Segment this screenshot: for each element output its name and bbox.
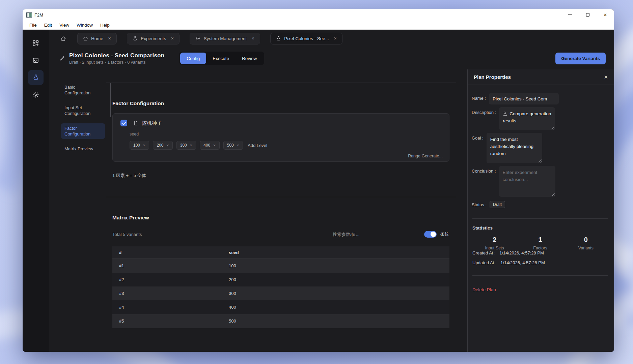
plan-name-input[interactable]	[489, 93, 559, 104]
flask-icon	[133, 36, 138, 41]
plan-goal-textarea[interactable]: Find the most aesthetically pleasing ran…	[487, 133, 542, 163]
level-chip[interactable]: 200✕	[153, 141, 172, 150]
level-chip[interactable]: 300✕	[176, 141, 196, 150]
table-row[interactable]: #3 300	[112, 286, 449, 300]
rail-experiments-button[interactable]	[28, 70, 44, 85]
table-row[interactable]: #1 100	[112, 259, 449, 273]
level-value: 500	[227, 143, 234, 148]
rail-apps-button[interactable]	[28, 36, 44, 51]
column-header-index: #	[112, 250, 229, 255]
close-button[interactable]: ✕	[597, 9, 614, 21]
conclusion-label: Conclusion :	[472, 166, 496, 174]
maximize-button[interactable]	[579, 9, 597, 21]
stat-label: Input Sets	[472, 246, 517, 250]
mode-config-button[interactable]: Config	[180, 53, 206, 64]
page-header: Pixel Colonies - Seed Comparison Draft ·…	[49, 47, 614, 69]
menu-window[interactable]: Window	[73, 23, 97, 28]
rail-inbox-button[interactable]	[28, 53, 44, 68]
delete-plan-button[interactable]: Delete Plan	[472, 287, 609, 292]
tab-experiments[interactable]: Experiments ✕	[127, 33, 180, 44]
close-icon[interactable]: ✕	[143, 144, 145, 147]
config-subnav: Basic Configuration Input Set Configurat…	[49, 69, 105, 352]
close-icon[interactable]: ✕	[237, 144, 239, 147]
level-value: 400	[203, 143, 210, 148]
menu-file[interactable]: File	[26, 23, 40, 28]
tab-close-icon[interactable]: ✕	[251, 36, 254, 41]
table-row[interactable]: #5 500	[112, 314, 449, 328]
stripe-toggle-label: 条纹	[440, 231, 449, 237]
menu-edit[interactable]: Edit	[40, 23, 56, 28]
factor-card: 随机种子 seed 100✕ 200✕ 300✕ 400✕ 500✕ Add L…	[112, 113, 449, 162]
add-level-button[interactable]: Add Level	[248, 143, 267, 148]
matrix-controls: Total 5 variants 条纹	[112, 231, 449, 238]
table-row[interactable]: #2 200	[112, 273, 449, 286]
panel-title: Plan Properties	[474, 74, 511, 80]
range-generate-button[interactable]: Range Generate...	[408, 154, 443, 158]
toggle-knob	[431, 232, 436, 237]
level-chip[interactable]: 100✕	[130, 141, 149, 150]
title-bar[interactable]: F2M ✕	[23, 9, 614, 21]
close-icon[interactable]: ✕	[213, 144, 216, 147]
generate-variants-button[interactable]: Generate Variants	[555, 53, 606, 64]
plan-conclusion-textarea[interactable]: Enter experiment conclusion...	[499, 166, 555, 197]
app-window: F2M ✕ File Edit View Window Help	[23, 9, 614, 352]
level-chip[interactable]: 400✕	[200, 141, 219, 150]
home-icon	[60, 36, 66, 41]
close-icon[interactable]: ✕	[190, 144, 192, 147]
level-chip[interactable]: 500✕	[223, 141, 243, 150]
page-subtitle: Draft · 2 input sets · 1 factors · 0 var…	[69, 60, 164, 65]
row-seed: 400	[229, 305, 449, 310]
tab-close-icon[interactable]: ✕	[171, 36, 174, 41]
inbox-icon	[32, 57, 39, 64]
minimize-icon	[568, 14, 572, 15]
matrix-controls-right: 条纹	[333, 231, 449, 238]
created-at-label: Created At :	[472, 250, 496, 255]
rail-settings-button[interactable]	[28, 87, 44, 102]
plan-description-textarea[interactable]: Compare generation results	[499, 107, 555, 130]
minimize-button[interactable]	[561, 9, 579, 21]
resize-handle[interactable]	[552, 193, 555, 196]
window-title: F2M	[34, 12, 43, 18]
home-button[interactable]	[57, 32, 69, 44]
search-input[interactable]	[333, 232, 419, 237]
row-index: #1	[112, 263, 229, 268]
close-icon[interactable]: ✕	[166, 144, 169, 147]
tab-system-management[interactable]: System Management ✕	[190, 33, 260, 44]
tab-close-icon[interactable]: ✕	[334, 36, 337, 41]
subnav-matrix-preview[interactable]: Matrix Preview	[61, 144, 105, 154]
config-content: Factor Configuration 随机种子 seed	[105, 69, 467, 352]
pencil-icon[interactable]	[59, 56, 65, 61]
icon-rail	[23, 30, 49, 352]
menu-help[interactable]: Help	[97, 23, 113, 28]
factor-row: 随机种子	[120, 120, 443, 126]
tab-close-icon[interactable]: ✕	[108, 36, 111, 41]
tab-pixel-colonies[interactable]: Pixel Colonies - See... ✕	[270, 33, 342, 44]
close-icon[interactable]: ✕	[604, 74, 608, 80]
level-value: 300	[180, 143, 187, 148]
stripe-toggle[interactable]	[424, 231, 437, 238]
title-block: Pixel Colonies - Seed Comparison Draft ·…	[69, 52, 164, 65]
subnav-input-set-configuration[interactable]: Input Set Configuration	[61, 103, 105, 118]
row-index: #2	[112, 277, 229, 282]
workspace: Basic Configuration Input Set Configurat…	[49, 69, 614, 352]
factor-checkbox[interactable]	[120, 120, 127, 126]
updated-at-row: Updated At : 1/14/2026, 4:57:28 PM	[472, 260, 609, 265]
tab-home[interactable]: Home ✕	[77, 33, 117, 44]
status-badge: Draft	[490, 201, 505, 208]
row-seed: 500	[229, 318, 449, 324]
resize-handle[interactable]	[539, 159, 542, 162]
subnav-factor-configuration[interactable]: Factor Configuration	[61, 123, 105, 139]
scrollbar-thumb[interactable]	[110, 83, 111, 117]
row-index: #5	[112, 318, 229, 324]
menu-view[interactable]: View	[56, 23, 73, 28]
levels-row: 100✕ 200✕ 300✕ 400✕ 500✕ Add Level	[130, 141, 443, 150]
stat-input-sets: 2 Input Sets	[472, 236, 517, 250]
subnav-basic-configuration[interactable]: Basic Configuration	[61, 82, 105, 98]
stat-value: 2	[472, 236, 517, 244]
mode-review-button[interactable]: Review	[236, 53, 263, 64]
stat-label: Factors	[517, 246, 563, 250]
resize-handle[interactable]	[551, 126, 554, 129]
app-body: Home ✕ Experiments ✕ System Management ✕	[23, 30, 614, 352]
mode-execute-button[interactable]: Execute	[206, 53, 236, 64]
table-row[interactable]: #4 400	[112, 300, 449, 314]
